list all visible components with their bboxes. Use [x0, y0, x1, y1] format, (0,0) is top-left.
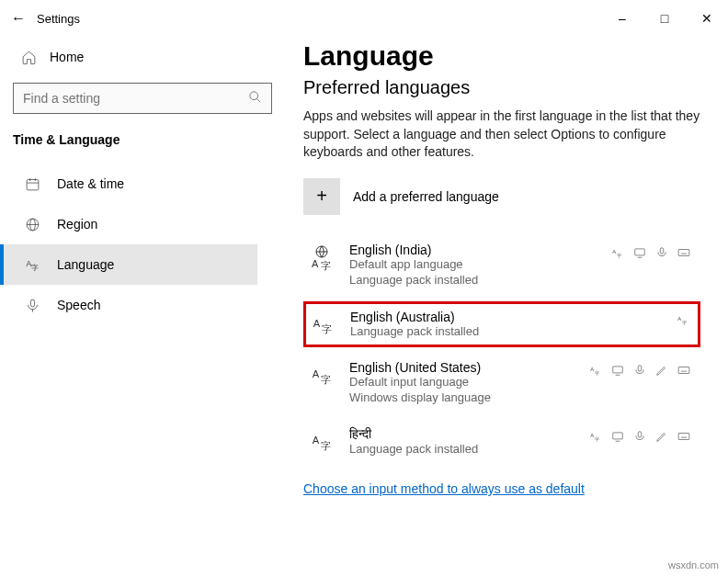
svg-text:字: 字 — [617, 252, 621, 257]
language-subtitle: Default input language — [349, 375, 575, 390]
svg-rect-11 — [30, 299, 34, 307]
nav-label: Region — [57, 217, 97, 232]
language-glyph-icon: A字 — [308, 310, 337, 339]
display-icon — [610, 429, 625, 444]
svg-rect-18 — [635, 249, 645, 255]
display-icon — [632, 245, 647, 260]
home-icon — [20, 50, 37, 65]
svg-text:A: A — [313, 368, 320, 379]
svg-text:字: 字 — [595, 370, 599, 376]
language-row-hindi[interactable]: A字 हिन्दी Language pack installed A字 — [303, 419, 700, 465]
text-to-speech-icon: A字 — [610, 245, 625, 260]
add-language-button[interactable]: + — [303, 178, 340, 215]
back-button[interactable]: ← — [0, 10, 37, 27]
language-subtitle2: Windows display language — [349, 390, 575, 406]
text-to-speech-icon: A字 — [588, 429, 603, 444]
minimize-button[interactable]: – — [601, 0, 643, 37]
plus-icon: + — [316, 186, 327, 207]
language-features: A字 — [610, 244, 691, 261]
language-subtitle: Language pack installed — [350, 324, 663, 340]
search-field[interactable] — [23, 91, 248, 106]
svg-text:A: A — [677, 316, 681, 322]
language-subtitle2: Language pack installed — [349, 273, 597, 288]
close-button[interactable]: ✕ — [686, 0, 728, 37]
globe-icon — [24, 217, 40, 232]
svg-text:A: A — [313, 435, 320, 446]
speech-icon — [632, 429, 647, 444]
home-nav[interactable]: Home — [13, 37, 272, 77]
nav-label: Date & time — [57, 176, 124, 191]
language-glyph-icon: A字 — [307, 360, 336, 390]
svg-text:字: 字 — [322, 323, 332, 334]
language-subtitle: Language pack installed — [349, 442, 575, 457]
language-row-english-india[interactable]: A字 English (India) Default app language … — [303, 235, 700, 296]
language-glyph-icon: A字 — [307, 243, 336, 272]
language-features: A字 — [588, 362, 691, 378]
nav-language[interactable]: A字 Language — [0, 244, 257, 285]
nav-label: Language — [57, 257, 114, 272]
home-label: Home — [50, 50, 84, 64]
svg-text:字: 字 — [321, 375, 331, 386]
section-heading: Preferred languages — [303, 77, 700, 98]
svg-text:A: A — [313, 317, 321, 328]
search-input[interactable] — [13, 83, 272, 114]
svg-rect-20 — [660, 248, 664, 254]
display-icon — [610, 363, 625, 378]
language-icon: A字 — [24, 257, 40, 273]
page-heading: Language — [303, 40, 700, 72]
add-language-label: Add a preferred language — [353, 189, 499, 204]
window-title: Settings — [37, 12, 80, 26]
nav-label: Speech — [57, 298, 100, 312]
nav-region[interactable]: Region — [0, 204, 257, 244]
language-glyph-icon: A字 — [307, 426, 336, 456]
keyboard-icon — [677, 429, 691, 444]
nav-date-time[interactable]: Date & time — [0, 164, 257, 204]
speech-icon — [632, 363, 647, 378]
svg-text:字: 字 — [682, 319, 687, 324]
speech-icon — [654, 245, 669, 260]
handwriting-icon — [654, 363, 669, 378]
svg-rect-37 — [638, 366, 642, 371]
text-to-speech-icon: A字 — [588, 363, 603, 378]
svg-text:A: A — [590, 367, 594, 373]
language-name: English (Australia) — [350, 310, 663, 324]
svg-rect-44 — [613, 433, 623, 439]
svg-text:A: A — [612, 249, 616, 254]
category-title: Time & Language — [13, 132, 272, 147]
language-features: A字 — [676, 311, 690, 328]
svg-rect-21 — [678, 249, 689, 255]
handwriting-icon — [654, 429, 669, 444]
section-description: Apps and websites will appear in the fir… — [303, 107, 700, 162]
svg-line-1 — [256, 98, 260, 102]
svg-text:A: A — [312, 258, 319, 269]
svg-rect-35 — [613, 367, 623, 373]
language-name: हिन्दी — [349, 426, 575, 442]
watermark: wsxdn.com — [668, 559, 719, 570]
svg-rect-46 — [638, 432, 642, 437]
microphone-icon — [24, 298, 40, 313]
nav-speech[interactable]: Speech — [0, 285, 257, 325]
language-name: English (United States) — [349, 360, 575, 375]
input-method-link[interactable]: Choose an input method to always use as … — [303, 481, 700, 496]
svg-text:字: 字 — [321, 260, 331, 271]
language-features: A字 — [588, 428, 691, 445]
svg-rect-2 — [27, 179, 39, 189]
language-row-english-australia[interactable]: A字 English (Australia) Language pack ins… — [303, 301, 700, 348]
maximize-button[interactable]: □ — [643, 0, 686, 37]
text-to-speech-icon: A字 — [676, 312, 690, 327]
svg-text:字: 字 — [595, 436, 599, 442]
clock-icon — [24, 176, 40, 192]
svg-text:字: 字 — [321, 441, 331, 452]
svg-rect-47 — [678, 434, 689, 440]
svg-text:A: A — [590, 433, 594, 438]
keyboard-icon — [677, 245, 691, 260]
svg-text:字: 字 — [31, 264, 39, 272]
svg-rect-38 — [678, 367, 689, 374]
language-name: English (India) — [349, 243, 597, 257]
language-subtitle: Default app language — [349, 257, 597, 273]
language-row-english-us[interactable]: A字 English (United States) Default input… — [303, 353, 700, 413]
keyboard-icon — [677, 363, 691, 378]
svg-point-0 — [250, 92, 258, 100]
search-icon — [248, 90, 262, 107]
